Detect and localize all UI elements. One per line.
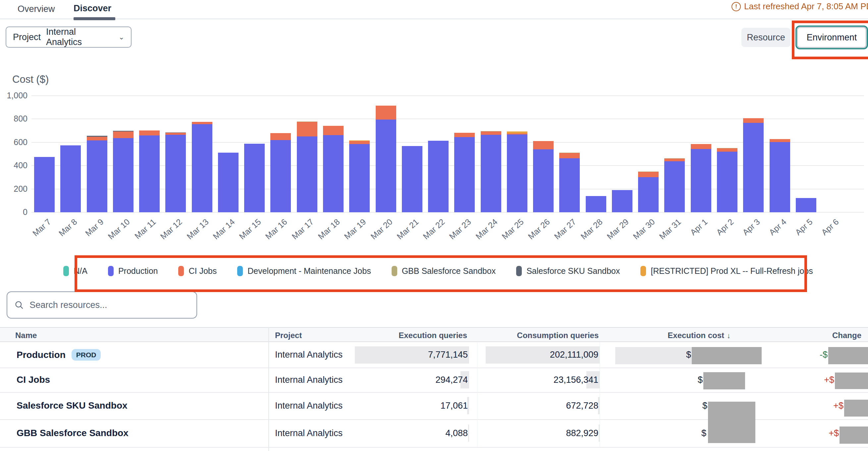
- consumption-queries-value: 202,111,009: [550, 342, 598, 367]
- legend-item-gbb-salesforce-sandbox[interactable]: GBB Salesforce Sandbox: [392, 266, 496, 276]
- bar-segment-salesforce-sku-sandbox[interactable]: [87, 136, 107, 137]
- bar-segment-gbb-salesforce-sandbox[interactable]: [717, 148, 738, 148]
- bar-segment-production[interactable]: [428, 141, 448, 212]
- bar-segment-production[interactable]: [60, 146, 81, 212]
- bar-segment-production[interactable]: [270, 140, 291, 212]
- y-axis-tick-label: 200: [3, 184, 28, 194]
- bar-segment-ci-jobs[interactable]: [323, 126, 344, 135]
- bar-segment-ci-jobs[interactable]: [113, 131, 133, 138]
- bar-segment-ci-jobs[interactable]: [559, 153, 580, 158]
- legend-item-n-a[interactable]: N/A: [63, 266, 88, 276]
- legend-item-ci-jobs[interactable]: CI Jobs: [178, 266, 217, 276]
- resource-name: GBB Salesforce Sandbox: [17, 428, 128, 439]
- bar-segment-ci-jobs[interactable]: [533, 141, 554, 149]
- column-header-project: Project: [275, 328, 302, 343]
- bar-segment-gbb-salesforce-sandbox[interactable]: [559, 153, 580, 153]
- table-row[interactable]: CI JobsInternal Analytics294,27423,156,3…: [0, 367, 868, 392]
- bar-segment-production[interactable]: [323, 135, 344, 212]
- bar-segment-production[interactable]: [664, 161, 685, 212]
- legend-swatch-icon: [108, 266, 114, 276]
- bar-segment-production[interactable]: [770, 142, 790, 212]
- bar-segment-gbb-salesforce-sandbox[interactable]: [297, 122, 317, 122]
- y-axis-tick-label: 1,000: [3, 91, 28, 100]
- bar-segment-production[interactable]: [139, 135, 160, 212]
- legend-item-salesforce-sku-sandbox[interactable]: Salesforce SKU Sandbox: [516, 266, 620, 276]
- bar-segment--restricted-prod-xl-full-refresh-jobs[interactable]: [507, 131, 527, 133]
- bar-segment-ci-jobs[interactable]: [770, 139, 790, 142]
- bar-segment-production[interactable]: [559, 158, 580, 212]
- bar-segment-ci-jobs[interactable]: [507, 133, 527, 134]
- bar-segment-production[interactable]: [533, 149, 554, 212]
- bar-segment-gbb-salesforce-sandbox[interactable]: [664, 158, 685, 159]
- execution-cost-currency: $: [702, 392, 707, 419]
- change-redacted-value: [828, 347, 868, 364]
- last-refreshed-notice: ! Last refreshed Apr 7, 8:05 AM PDT: [732, 1, 868, 11]
- bar-segment-gbb-salesforce-sandbox[interactable]: [481, 131, 501, 131]
- bar-segment-production[interactable]: [481, 135, 501, 212]
- bar-segment-production[interactable]: [349, 144, 370, 212]
- bar-segment-salesforce-sku-sandbox[interactable]: [113, 131, 133, 131]
- bar-segment-ci-jobs[interactable]: [717, 148, 738, 152]
- search-input[interactable]: [29, 300, 189, 311]
- bar-segment-ci-jobs[interactable]: [691, 144, 711, 149]
- project-filter-dropdown[interactable]: Project Internal Analytics ⌄: [6, 27, 131, 48]
- bar-segment-production[interactable]: [376, 120, 396, 212]
- bar-segment-ci-jobs[interactable]: [270, 133, 291, 140]
- bar-segment-production[interactable]: [586, 196, 606, 212]
- bar-segment-production[interactable]: [165, 135, 186, 212]
- tab-discover[interactable]: Discover: [73, 3, 111, 13]
- bar-segment-salesforce-sku-sandbox[interactable]: [165, 132, 186, 133]
- bar-segment-production[interactable]: [796, 198, 816, 212]
- group-by-resource-button[interactable]: Resource: [741, 28, 790, 47]
- bar-segment-production[interactable]: [192, 124, 212, 212]
- bar-segment-production[interactable]: [612, 190, 632, 212]
- bar-segment-ci-jobs[interactable]: [192, 122, 212, 124]
- bar-segment-production[interactable]: [638, 177, 659, 212]
- bar-segment-ci-jobs[interactable]: [297, 122, 317, 136]
- tab-overview[interactable]: Overview: [18, 4, 55, 14]
- column-header-change: Change: [832, 328, 861, 343]
- bar-segment-production[interactable]: [402, 146, 423, 212]
- bar-segment-production[interactable]: [691, 149, 711, 212]
- consumption-queries-value: 672,728: [566, 392, 598, 419]
- bar-segment--restricted-prod-xl-full-refresh-jobs[interactable]: [349, 140, 370, 141]
- bar-segment-ci-jobs[interactable]: [87, 137, 107, 140]
- bar-segment-production[interactable]: [113, 138, 133, 212]
- bar-segment-production[interactable]: [87, 140, 107, 212]
- bar-segment-production[interactable]: [218, 153, 239, 212]
- legend-item-production[interactable]: Production: [108, 266, 158, 276]
- consumption-queries-value: 882,929: [566, 419, 598, 447]
- column-header-name: Name: [15, 328, 37, 343]
- bar-segment-ci-jobs[interactable]: [139, 130, 160, 135]
- legend-swatch-icon: [392, 266, 397, 276]
- legend-item--restricted-prod-xl-full-refresh-jobs[interactable]: [RESTRICTED] Prod XL -- Full-Refresh job…: [641, 266, 813, 276]
- bar-segment-ci-jobs[interactable]: [349, 141, 370, 144]
- bar-segment-ci-jobs[interactable]: [638, 172, 659, 177]
- bar-segment-ci-jobs[interactable]: [376, 106, 396, 120]
- bar-segment-production[interactable]: [244, 144, 265, 212]
- column-header-execution-cost[interactable]: Execution cost↓: [668, 328, 731, 343]
- bar-segment-ci-jobs[interactable]: [454, 133, 475, 137]
- legend-item-development-maintenance-jobs[interactable]: Development - Maintenance Jobs: [237, 266, 371, 276]
- table-row[interactable]: ProductionPRODInternal Analytics7,771,14…: [0, 342, 868, 367]
- project-cell: Internal Analytics: [275, 367, 343, 392]
- change-sign: -$: [819, 342, 828, 367]
- bar-segment-ci-jobs[interactable]: [481, 131, 501, 135]
- bar-segment-ci-jobs[interactable]: [743, 118, 764, 123]
- group-by-environment-button[interactable]: Environment: [797, 27, 866, 48]
- chart-legend: N/AProductionCI JobsDevelopment - Mainte…: [77, 258, 799, 284]
- tabs-divider: [0, 19, 868, 19]
- bar-segment-production[interactable]: [297, 136, 317, 212]
- bar-segment-production[interactable]: [717, 152, 738, 212]
- bar-segment-ci-jobs[interactable]: [664, 159, 685, 161]
- bar-segment-production[interactable]: [34, 157, 55, 212]
- bar-segment-production[interactable]: [743, 123, 764, 212]
- execution-cost-currency: $: [698, 367, 703, 392]
- legend-item-label: Development - Maintenance Jobs: [247, 266, 371, 276]
- bar-segment-gbb-salesforce-sandbox[interactable]: [638, 171, 659, 172]
- bar-segment-production[interactable]: [507, 134, 527, 212]
- resource-name-cell: ProductionPROD: [17, 342, 101, 367]
- bar-segment-ci-jobs[interactable]: [165, 133, 186, 135]
- row-separator: [0, 367, 868, 368]
- bar-segment-production[interactable]: [454, 137, 475, 212]
